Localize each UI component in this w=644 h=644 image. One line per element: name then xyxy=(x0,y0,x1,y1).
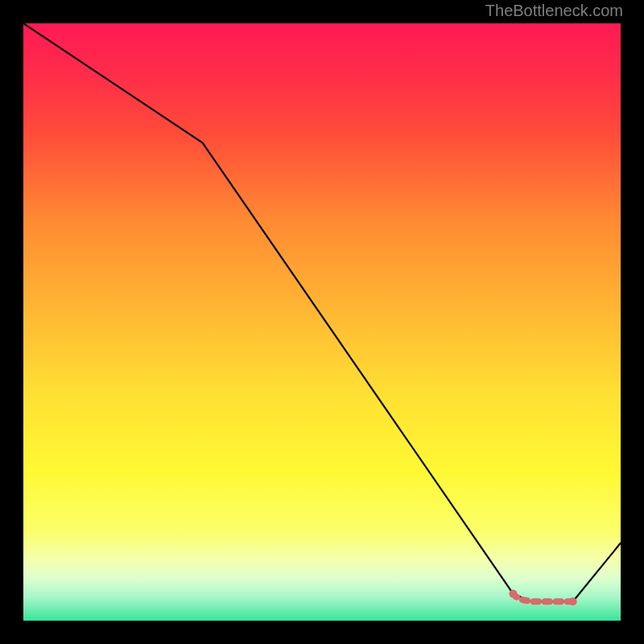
attribution-text: TheBottleneck.com xyxy=(485,2,623,20)
svg-rect-0 xyxy=(23,23,621,621)
plot-area xyxy=(23,23,621,621)
gradient-background xyxy=(23,23,621,621)
